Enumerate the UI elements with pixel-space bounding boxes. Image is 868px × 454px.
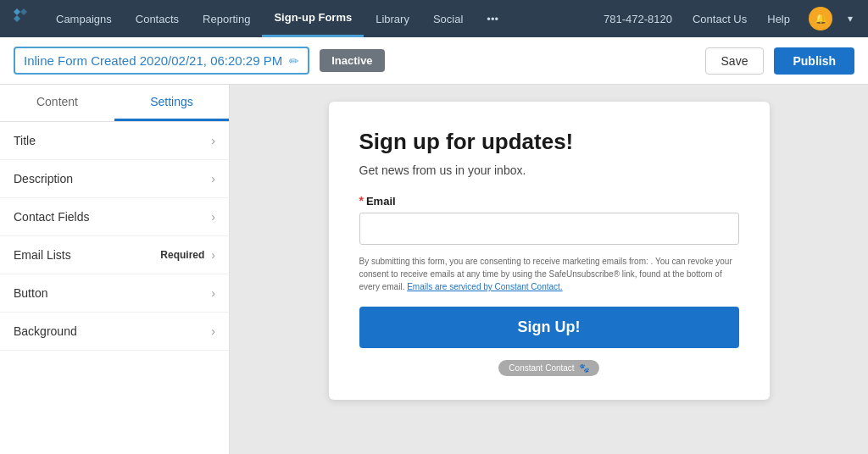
preview-area: Sign up for updates! Get news from us in…	[230, 85, 868, 454]
main-layout: Content Settings Title › Description › C…	[0, 85, 868, 454]
nav-right: 781-472-8120 Contact Us Help 🔔 ▾	[595, 0, 858, 37]
menu-item-email-lists[interactable]: Email Lists Required ›	[0, 236, 229, 274]
menu-item-background[interactable]: Background ›	[0, 313, 229, 351]
menu-item-description-label: Description	[14, 172, 73, 185]
nav-items: Campaigns Contacts Reporting Sign-up For…	[44, 0, 595, 37]
menu-item-title-label: Title	[14, 134, 36, 147]
tab-content[interactable]: Content	[0, 85, 114, 121]
menu-item-description[interactable]: Description ›	[0, 160, 229, 198]
chevron-right-icon-6: ›	[211, 324, 215, 338]
nav-expand-icon[interactable]: ▾	[843, 13, 858, 25]
tab-settings[interactable]: Settings	[114, 85, 229, 121]
required-star-icon: *	[359, 194, 364, 208]
consent-link[interactable]: Emails are serviced by Constant Contact.	[407, 282, 562, 291]
edit-title-icon[interactable]: ✏	[289, 54, 299, 68]
menu-item-button-label: Button	[14, 286, 47, 300]
status-badge[interactable]: Inactive	[320, 49, 384, 72]
email-label-text: Email	[366, 195, 396, 208]
chevron-right-icon-3: ›	[211, 210, 215, 224]
cc-badge-text: Constant Contact	[509, 363, 574, 373]
consent-text: By submitting this form, you are consent…	[359, 255, 739, 293]
menu-item-description-right: ›	[211, 172, 215, 185]
form-card: Sign up for updates! Get news from us in…	[329, 102, 770, 400]
sidebar-tabs: Content Settings	[0, 85, 229, 122]
form-title-text: Inline Form Created 2020/02/21, 06:20:29…	[24, 53, 282, 68]
menu-item-contact-fields[interactable]: Contact Fields ›	[0, 198, 229, 236]
nav-reporting[interactable]: Reporting	[191, 0, 262, 37]
save-button[interactable]: Save	[705, 47, 765, 75]
menu-item-contact-fields-label: Contact Fields	[14, 210, 89, 224]
menu-item-background-label: Background	[14, 324, 77, 338]
menu-item-background-right: ›	[211, 324, 215, 338]
form-card-description: Get news from us in your inbox.	[359, 163, 739, 177]
nav-library[interactable]: Library	[364, 0, 421, 37]
chevron-right-icon-4: ›	[211, 248, 215, 262]
nav-more[interactable]: •••	[475, 0, 510, 37]
nav-signup-forms[interactable]: Sign-up Forms	[262, 0, 364, 37]
sidebar: Content Settings Title › Description › C…	[0, 85, 230, 454]
nav-phone[interactable]: 781-472-8120	[595, 0, 681, 37]
form-card-title: Sign up for updates!	[359, 129, 739, 155]
publish-button[interactable]: Publish	[774, 47, 854, 75]
cc-pill: Constant Contact 🐾	[498, 360, 598, 376]
cc-badge: Constant Contact 🐾	[359, 360, 739, 376]
menu-item-button-right: ›	[211, 286, 215, 300]
chevron-right-icon-5: ›	[211, 286, 215, 300]
notification-bell[interactable]: 🔔	[809, 7, 832, 30]
chevron-right-icon-2: ›	[211, 172, 215, 185]
menu-item-title[interactable]: Title ›	[0, 122, 229, 160]
nav-social[interactable]: Social	[421, 0, 475, 37]
required-badge: Required	[160, 249, 204, 261]
nav-contacts[interactable]: Contacts	[124, 0, 191, 37]
signup-button[interactable]: Sign Up!	[359, 307, 739, 348]
menu-item-button[interactable]: Button ›	[0, 274, 229, 313]
nav-contact-us[interactable]: Contact Us	[684, 0, 755, 37]
nav-help[interactable]: Help	[759, 0, 798, 37]
chevron-right-icon: ›	[211, 134, 215, 147]
title-bar: Inline Form Created 2020/02/21, 06:20:29…	[0, 37, 868, 85]
nav-campaigns[interactable]: Campaigns	[44, 0, 124, 37]
menu-item-email-lists-right: Required ›	[160, 248, 215, 262]
menu-item-title-right: ›	[211, 134, 215, 147]
menu-item-email-lists-label: Email Lists	[14, 248, 71, 262]
logo-icon[interactable]	[10, 7, 31, 31]
cc-logo-icon: 🐾	[579, 363, 589, 373]
form-title-input-wrapper[interactable]: Inline Form Created 2020/02/21, 06:20:29…	[14, 47, 309, 75]
sidebar-menu: Title › Description › Contact Fields › E…	[0, 122, 229, 454]
menu-item-contact-fields-right: ›	[211, 210, 215, 224]
email-input[interactable]	[359, 213, 739, 245]
top-navigation: Campaigns Contacts Reporting Sign-up For…	[0, 0, 868, 37]
email-field-label: * Email	[359, 194, 739, 208]
